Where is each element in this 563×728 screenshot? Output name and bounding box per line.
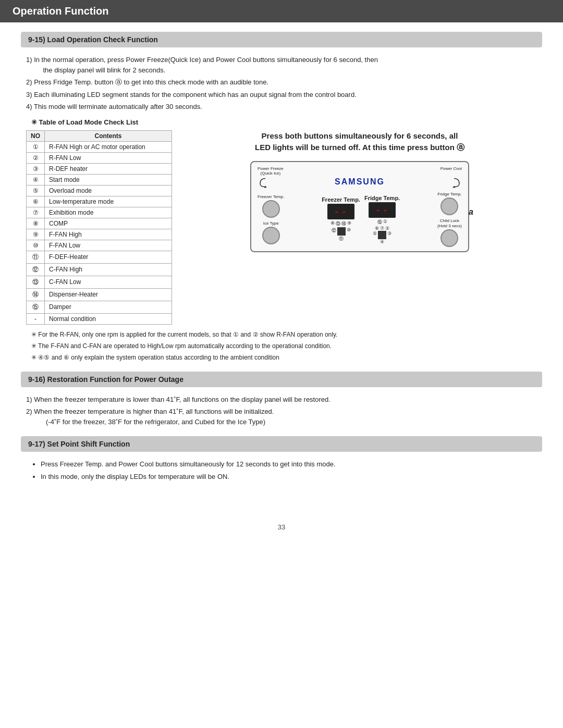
table-cell-content: F-DEF-Heater <box>45 251 172 263</box>
press-text: Press both buttons simultaneously for 6 … <box>255 130 464 154</box>
page-title: Operation Function <box>0 0 563 22</box>
table-cell-no: ⑫ <box>27 263 45 276</box>
table-row: ⑨F-FAN High <box>27 229 172 240</box>
step-2: 2) Press Fridge Temp. button ⓐ to get in… <box>26 77 537 88</box>
main-content-area: NO Contents ①R-FAN High or AC motor oper… <box>26 130 537 325</box>
table-cell-no: ⑨ <box>27 229 45 240</box>
num-13: ⑬ <box>336 220 340 227</box>
control-panel-diagram: Power Freeze(Quick Ice) Power Cool <box>250 161 469 253</box>
table-row: ⑧COMP <box>27 218 172 229</box>
num-15: ⑮ <box>377 219 382 226</box>
table-cell-no: ⑥ <box>27 196 45 207</box>
table-cell-content: Normal condition <box>45 313 172 324</box>
s916-step-2: 2) When the freezer temperature is highe… <box>26 406 537 427</box>
num-6: ⑥ <box>375 226 379 231</box>
table-cell-content: Damper <box>45 301 172 313</box>
table-row: ②R-FAN Low <box>27 152 172 163</box>
table-cell-content: Overload mode <box>45 185 172 196</box>
note-3: ✳ ④⑤ and ⑥ only explain the system opera… <box>26 353 537 362</box>
table-cell-content: Dispenser-Heater <box>45 288 172 301</box>
bullet-2: In this mode, only the display LEDs for … <box>41 472 537 482</box>
freezer-temp-btn-label: Freezer Temp. <box>258 194 284 199</box>
freezer-display-label: Freezer Temp. <box>322 196 360 203</box>
ice-type-button[interactable] <box>262 227 280 244</box>
num-10: ⑩ <box>347 227 351 236</box>
right-panel: Press both buttons simultaneously for 6 … <box>182 130 537 253</box>
step-4: 4) This mode will terminate automaticall… <box>26 102 537 112</box>
table-cell-content: COMP <box>45 218 172 229</box>
pc-label: Power Cool <box>440 166 462 171</box>
table-cell-content: C-FAN Low <box>45 276 172 288</box>
col-no-header: NO <box>27 130 45 141</box>
table-cell-content: R-DEF heater <box>45 163 172 174</box>
child-lock-btn-label: Child Lock(Hold 3 secs) <box>437 218 462 228</box>
table-cell-content: R-FAN High or AC motor operation <box>45 141 172 152</box>
note-2: ✳ The F-FAN and C-FAN are operated to Hi… <box>26 341 537 351</box>
seg-disp-left <box>337 227 346 236</box>
table-row: ⑪F-DEF-Heater <box>27 251 172 263</box>
num-7: ⑦ <box>380 226 384 231</box>
table-row: ④Start mode <box>27 174 172 185</box>
seg-disp-right <box>378 231 386 239</box>
num-2: ② <box>385 226 389 231</box>
num-1: ① <box>383 219 387 226</box>
table-cell-no: ⑭ <box>27 288 45 301</box>
samsung-logo: SAMSUNG <box>335 177 385 187</box>
fridge-display: -- <box>369 202 396 218</box>
num-9: ⑨ <box>347 220 351 227</box>
num-3: ③ <box>387 231 391 239</box>
table-row: ⑩F-FAN Low <box>27 240 172 251</box>
table-cell-content: Low-temperature mode <box>45 196 172 207</box>
fridge-display-label: Fridge Temp. <box>364 195 400 201</box>
table-cell-no: ⑩ <box>27 240 45 251</box>
table-cell-no: ⑧ <box>27 218 45 229</box>
section-915-header: 9-15) Load Operation Check Function <box>21 32 542 47</box>
step-1: 1) In the normal operation, press Power … <box>26 55 537 75</box>
s916-step-1: 1) When the freezer temperature is lower… <box>26 394 537 405</box>
page-number: 33 <box>0 523 563 531</box>
num-8: ⑧ <box>331 220 335 227</box>
table-row: ⑭Dispenser-Heater <box>27 288 172 301</box>
freezer-display: -- <box>327 204 354 219</box>
a-label: a <box>469 207 473 217</box>
num-11: ⑪ <box>339 236 344 242</box>
section-915-content: 1) In the normal operation, press Power … <box>21 55 542 362</box>
section-916-header: 9-16) Restoration Function for Power Out… <box>21 372 542 387</box>
table-row: ③R-DEF heater <box>27 163 172 174</box>
child-lock-button[interactable] <box>440 229 458 247</box>
table-row: ⑤Overload mode <box>27 185 172 196</box>
section-917-content: Press Freezer Temp. and Power Cool butto… <box>21 459 542 482</box>
table-cell-no: ⑤ <box>27 185 45 196</box>
bullet-list: Press Freezer Temp. and Power Cool butto… <box>26 459 537 482</box>
table-row: -Normal condition <box>27 313 172 324</box>
table-cell-no: ① <box>27 141 45 152</box>
table-cell-content: R-FAN Low <box>45 152 172 163</box>
section-916-content: 1) When the freezer temperature is lower… <box>21 394 542 427</box>
table-row: ⑥Low-temperature mode <box>27 196 172 207</box>
table-cell-no: ⑦ <box>27 207 45 218</box>
table-cell-no: ② <box>27 152 45 163</box>
table-cell-no: - <box>27 313 45 324</box>
table-row: ①R-FAN High or AC motor operation <box>27 141 172 152</box>
num-4: ④ <box>380 239 384 244</box>
table-cell-content: Exhibition mode <box>45 207 172 218</box>
num-12: ⑫ <box>332 227 336 236</box>
load-mode-table-area: NO Contents ①R-FAN High or AC motor oper… <box>26 130 172 325</box>
table-cell-content: F-FAN High <box>45 229 172 240</box>
table-cell-content: C-FAN High <box>45 263 172 276</box>
col-contents-header: Contents <box>45 130 172 141</box>
table-cell-no: ④ <box>27 174 45 185</box>
ice-type-btn-label: Ice Type <box>263 221 279 226</box>
table-row: ⑬C-FAN Low <box>27 276 172 288</box>
table-cell-no: ③ <box>27 163 45 174</box>
fridge-temp-button[interactable] <box>440 198 458 215</box>
freezer-temp-button[interactable] <box>262 200 280 218</box>
table-title: ✳ Table of Load Mode Check List <box>26 118 537 126</box>
section-917-header: 9-17) Set Point Shift Function <box>21 436 542 452</box>
note-1: ✳ For the R-FAN, only one rpm is applied… <box>26 330 537 339</box>
pf-label: Power Freeze(Quick Ice) <box>258 166 284 176</box>
pf-arrow <box>258 177 273 188</box>
table-row: ⑮Damper <box>27 301 172 313</box>
table-cell-content: Start mode <box>45 174 172 185</box>
table-row: ⑫C-FAN High <box>27 263 172 276</box>
